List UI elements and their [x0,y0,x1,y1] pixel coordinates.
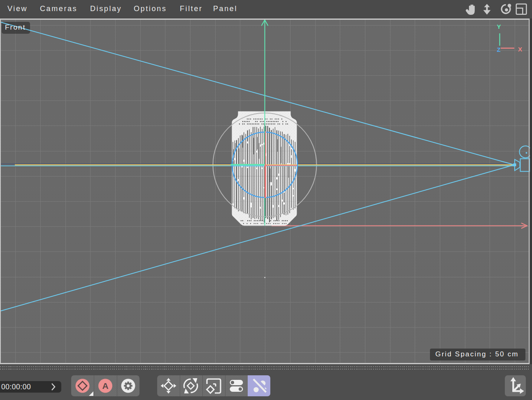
svg-text:Y: Y [497,23,501,30]
svg-text:Z: Z [497,46,501,53]
svg-text:A: A [102,381,108,391]
svg-text:X: X [518,46,522,53]
